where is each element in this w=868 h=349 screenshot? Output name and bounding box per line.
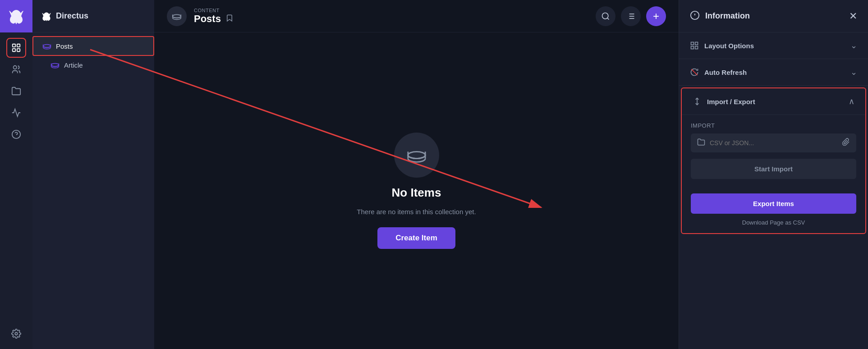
breadcrumb: Content (194, 8, 234, 13)
information-icon (690, 10, 700, 22)
attach-icon[interactable] (842, 138, 850, 148)
bookmark-icon[interactable] (225, 13, 234, 25)
sidebar-item-article-label: Article (64, 61, 83, 69)
import-export-header[interactable]: Import / Export ∧ (682, 88, 865, 115)
layout-options-header[interactable]: Layout Options ⌄ (679, 32, 868, 59)
sidebar-item-insights[interactable] (6, 103, 26, 123)
create-item-button[interactable]: Create Item (377, 227, 455, 249)
auto-refresh-label: Auto Refresh (704, 69, 845, 76)
sidebar: Directus Posts Article (32, 0, 154, 349)
svg-rect-0 (13, 44, 15, 47)
svg-point-4 (14, 66, 17, 69)
svg-rect-25 (691, 46, 694, 49)
icon-bar-items (6, 32, 26, 349)
collection-icon (167, 6, 187, 26)
svg-rect-24 (695, 42, 698, 45)
sidebar-item-content[interactable] (6, 38, 26, 58)
import-export-chevron: ∧ (849, 96, 854, 106)
svg-rect-2 (13, 49, 15, 51)
sidebar-item-article[interactable]: Article (32, 56, 154, 74)
add-item-button[interactable]: + (646, 6, 666, 26)
empty-state: No Items There are no items in this coll… (154, 32, 679, 349)
empty-state-icon (394, 133, 439, 178)
import-export-section: Import / Export ∧ Import Start Import (681, 87, 866, 234)
sidebar-items: Posts Article (32, 32, 154, 78)
svg-rect-26 (695, 46, 698, 49)
download-csv-link[interactable]: Download Page as CSV (682, 217, 865, 233)
right-panel-title: Information (705, 11, 844, 21)
svg-rect-23 (691, 42, 694, 45)
svg-point-11 (602, 13, 608, 18)
sidebar-item-help[interactable] (6, 124, 26, 144)
import-file-input[interactable] (710, 139, 837, 147)
page-title-row: Posts (194, 13, 234, 25)
svg-line-12 (607, 18, 609, 19)
sidebar-header: Directus (32, 0, 154, 32)
sidebar-item-posts-label: Posts (56, 42, 73, 50)
empty-title: No Items (392, 186, 441, 200)
file-icon (697, 138, 705, 148)
import-input-row (691, 133, 856, 152)
article-icon (51, 60, 60, 69)
layout-options-chevron: ⌄ (850, 41, 857, 51)
layout-options-icon (690, 41, 699, 50)
auto-refresh-section: Auto Refresh ⌄ (679, 59, 868, 86)
export-items-button[interactable]: Export Items (691, 193, 856, 214)
import-export-icon (693, 97, 702, 106)
right-panel-header: Information ✕ (679, 0, 868, 32)
sidebar-item-posts[interactable]: Posts (32, 36, 154, 56)
svg-rect-1 (17, 44, 20, 47)
sidebar-logo-icon (41, 11, 51, 21)
auto-refresh-icon (690, 68, 699, 77)
filter-button[interactable] (621, 6, 641, 26)
start-import-button[interactable]: Start Import (691, 159, 856, 179)
auto-refresh-header[interactable]: Auto Refresh ⌄ (679, 59, 868, 85)
page-title: Posts (194, 13, 221, 25)
main-content: Content Posts (154, 0, 679, 349)
search-button[interactable] (596, 6, 615, 26)
close-button[interactable]: ✕ (849, 11, 857, 21)
icon-bar (0, 0, 32, 349)
sidebar-item-settings[interactable] (6, 324, 26, 344)
app-logo[interactable] (0, 0, 32, 32)
layout-options-label: Layout Options (704, 42, 845, 50)
sidebar-item-users[interactable] (6, 60, 26, 79)
sidebar-item-files[interactable] (6, 81, 26, 101)
layout-options-section: Layout Options ⌄ (679, 32, 868, 59)
header-actions: + (596, 6, 666, 26)
import-label: Import (691, 122, 856, 129)
import-export-body: Import Start Import (682, 115, 865, 186)
auto-refresh-chevron: ⌄ (850, 67, 857, 77)
import-export-label: Import / Export (707, 98, 843, 106)
sidebar-header-title: Directus (56, 11, 88, 21)
posts-icon (42, 41, 51, 51)
empty-subtitle: There are no items in this collection ye… (357, 208, 476, 216)
svg-rect-3 (17, 49, 20, 51)
main-header-titles: Content Posts (194, 8, 234, 25)
right-panel: Information ✕ Layout Options ⌄ Auto Refr… (679, 0, 868, 349)
main-header: Content Posts (154, 0, 679, 32)
svg-point-7 (15, 332, 18, 335)
